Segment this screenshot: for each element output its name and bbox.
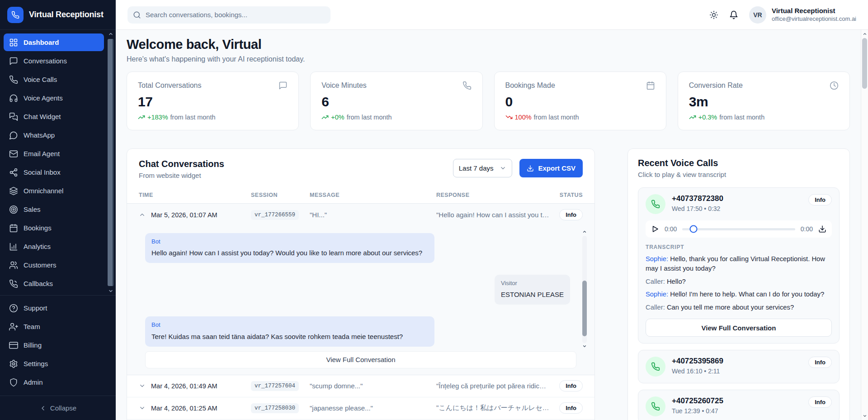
session-badge: vr_177266559 [251, 210, 299, 220]
call-meta: Tue 12:39 • 0:47 [672, 407, 723, 415]
visitor-message-bubble: Visitor ESTONIAN PLEASE [495, 275, 570, 305]
sidebar-item-settings[interactable]: Settings [4, 355, 112, 372]
sidebar-item-voice-calls[interactable]: Voice Calls [4, 71, 104, 88]
sidebar-item-dashboard[interactable]: Dashboard [4, 33, 104, 51]
trending-up-icon [321, 114, 329, 121]
sidebar: Virtual Receptionist Dashboard Conversat… [0, 0, 116, 420]
sidebar-item-billing[interactable]: Billing [4, 336, 112, 354]
call-meta: Wed 16:10 • 2:11 [672, 368, 723, 375]
table-row[interactable]: Mar 4, 2026, 01:49 AM vr_177257604 "scum… [127, 375, 594, 397]
date-range-select[interactable]: Last 7 days [453, 159, 513, 177]
call-number: +40737872380 [672, 194, 723, 203]
mail-icon [9, 149, 18, 158]
call-info-badge[interactable]: Info [808, 194, 832, 205]
stat-card-bookings-made: Bookings Made 0 100% from last month [494, 72, 666, 130]
conversation-scrollbar[interactable] [582, 229, 587, 349]
table-row[interactable]: Mar 5, 2026, 01:07 AM vr_177266559 "HI..… [127, 204, 594, 226]
phone-callback-icon [9, 279, 18, 288]
sidebar-item-team[interactable]: Team [4, 318, 112, 335]
sidebar-item-email-agent[interactable]: Email Agent [4, 145, 104, 162]
row-message: "japanesse please..." [310, 404, 436, 412]
collapse-sidebar-button[interactable]: Collapse [0, 396, 116, 420]
notifications-button[interactable] [729, 10, 738, 19]
sidebar-item-analytics[interactable]: Analytics [4, 238, 104, 255]
sidebar-item-admin[interactable]: Admin [4, 373, 112, 391]
sidebar-item-label: Admin [24, 378, 43, 386]
app-window: Virtual Receptionist Dashboard Conversat… [0, 0, 868, 420]
sidebar-item-label: Sales [24, 205, 41, 213]
sidebar-item-label: Dashboard [24, 38, 59, 46]
sidebar-item-label: Chat Widget [24, 113, 61, 120]
sidebar-item-social-inbox[interactable]: Social Inbox [4, 163, 104, 181]
sidebar-item-voice-agents[interactable]: Voice Agents [4, 89, 104, 107]
chat-section-title: Chat Conversations [139, 159, 224, 169]
voice-call-item[interactable]: +40737872380 Wed 17:50 • 0:32 Info 0:00 … [638, 187, 840, 344]
sidebar-item-label: Support [24, 304, 47, 312]
bell-icon [729, 10, 738, 19]
chat-conversations-card: Chat Conversations From website widget L… [127, 148, 595, 420]
sidebar-item-bookings[interactable]: Bookings [4, 219, 104, 237]
visitor-message-text: ESTONIAN PLEASE [501, 290, 564, 299]
seek-slider[interactable] [682, 228, 795, 230]
sidebar-item-sales[interactable]: Sales [4, 200, 104, 218]
sun-icon [709, 10, 718, 19]
sidebar-item-omnichannel[interactable]: Omnichannel [4, 182, 104, 200]
voice-call-item[interactable]: +40725260725 Tue 12:39 • 0:47 Info [638, 390, 840, 420]
sidebar-scrollbar-thumb[interactable] [108, 39, 114, 286]
sidebar-item-label: Callbacks [24, 280, 53, 287]
scroll-down-arrow-icon[interactable] [861, 413, 868, 419]
sidebar-scrollbar[interactable] [107, 31, 115, 294]
sidebar-item-conversations[interactable]: Conversations [4, 52, 104, 70]
trending-down-icon [505, 114, 513, 121]
play-icon[interactable] [651, 225, 659, 233]
call-info-badge[interactable]: Info [808, 357, 832, 368]
stat-card-conversion-rate: Conversion Rate 3m +0.3% from last month [678, 72, 850, 130]
table-row[interactable]: Mar 4, 2026, 01:25 AM vr_177258030 "japa… [127, 397, 594, 420]
sidebar-item-callbacks[interactable]: Callbacks [4, 275, 104, 292]
scrollbar-track[interactable] [582, 236, 587, 343]
date-range-value: Last 7 days [459, 164, 494, 172]
voice-call-item[interactable]: +40725395869 Wed 16:10 • 2:11 Info [638, 350, 840, 383]
headphones-icon [9, 94, 18, 103]
download-icon[interactable] [818, 225, 826, 233]
chevron-up-icon[interactable] [108, 31, 113, 37]
view-full-conversation-link[interactable]: View Full Conversation [145, 351, 576, 368]
search-input[interactable] [146, 11, 325, 19]
export-csv-button[interactable]: Export CSV [519, 159, 583, 177]
expanded-conversation: Bot Hello again! How can I assist you to… [127, 226, 594, 375]
stat-label: Total Conversations [138, 81, 202, 90]
sidebar-item-chat-widget[interactable]: Chat Widget [4, 108, 104, 125]
view-full-conversation-button[interactable]: View Full Conversation [646, 319, 832, 337]
search-icon [133, 11, 141, 19]
scrollbar-thumb[interactable] [582, 281, 587, 336]
call-info-badge[interactable]: Info [808, 396, 832, 408]
row-response: "Înțeleg că prețurile pot părea ridicate… [436, 382, 554, 390]
sidebar-item-customers[interactable]: Customers [4, 256, 104, 274]
sidebar-item-support[interactable]: Support [4, 299, 112, 317]
stats-row: Total Conversations 17 +183% from last m… [127, 72, 850, 130]
stat-delta-value: 100% [515, 114, 532, 121]
audio-player: 0:00 0:00 [646, 220, 832, 238]
bar-chart-icon [9, 242, 18, 251]
status-badge[interactable]: Info [559, 402, 583, 414]
theme-toggle-button[interactable] [709, 10, 718, 19]
chevron-up-icon[interactable] [582, 229, 587, 235]
user-menu[interactable]: VR Virtual Receptionist office@virtualre… [749, 6, 856, 24]
sidebar-secondary: Support Team Billing Settings Admin [0, 295, 116, 396]
search-bar[interactable] [127, 6, 330, 24]
status-badge[interactable]: Info [559, 380, 583, 391]
seek-slider-thumb[interactable] [690, 225, 698, 233]
trending-up-icon [138, 114, 145, 121]
page-scrollbar-thumb[interactable] [862, 38, 867, 89]
page-scrollbar[interactable] [861, 30, 868, 420]
chat-bubbles-icon [9, 112, 18, 121]
transcript-line: Caller: Hello? [646, 277, 832, 286]
sidebar-item-label: Bookings [24, 224, 52, 232]
brand-name: Virtual Receptionist [29, 10, 104, 19]
phone-icon [9, 75, 18, 84]
chevron-down-icon[interactable] [108, 288, 113, 294]
sidebar-item-whatsapp[interactable]: WhatsApp [4, 126, 104, 144]
status-badge[interactable]: Info [559, 209, 583, 220]
scroll-up-arrow-icon[interactable] [861, 31, 868, 37]
chevron-down-icon[interactable] [582, 344, 587, 349]
